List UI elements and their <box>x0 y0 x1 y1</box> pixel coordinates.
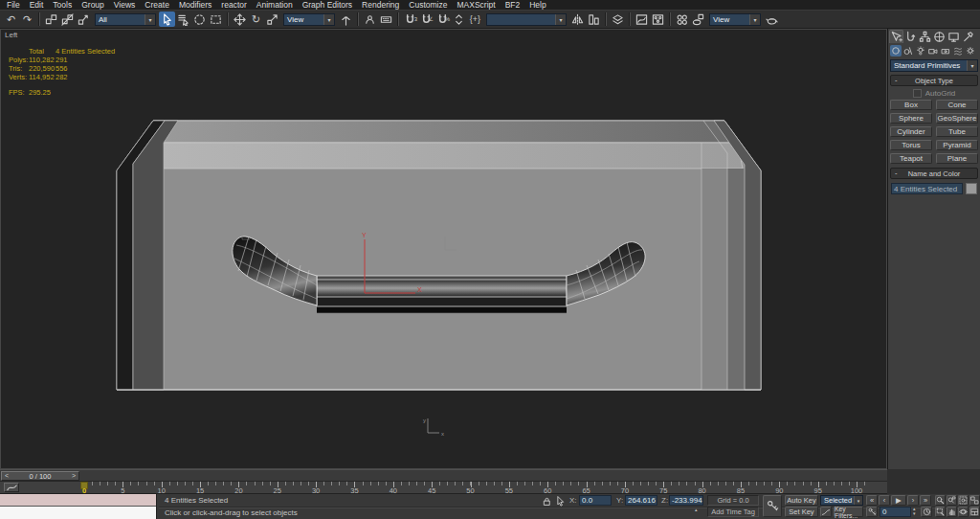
menu-item-edit[interactable]: Edit <box>25 0 49 11</box>
menu-item-reactor[interactable]: reactor <box>216 0 251 11</box>
chevron-down-icon[interactable]: ▾ <box>854 496 862 505</box>
set-keys-button[interactable] <box>763 495 782 517</box>
chevron-down-icon[interactable]: ▾ <box>749 14 760 25</box>
menu-item-create[interactable]: Create <box>140 0 174 11</box>
rollout-name-and-color[interactable]: - Name and Color <box>890 168 978 179</box>
undo-icon[interactable]: ↶ <box>3 11 19 27</box>
category-systems-icon[interactable] <box>965 45 976 56</box>
menu-item-animation[interactable]: Animation <box>252 0 298 11</box>
menu-item-bf2[interactable]: BF2 <box>501 0 525 11</box>
chevron-down-icon[interactable]: ▾ <box>145 14 155 25</box>
snaps-toggle-icon[interactable]: 3 <box>402 11 418 27</box>
selection-filter-dropdown[interactable]: All ▾ <box>95 13 156 26</box>
objtype-button-torus[interactable]: Torus <box>890 140 932 150</box>
selection-lock-icon[interactable] <box>542 496 552 507</box>
set-key-button[interactable]: Set Key <box>785 507 818 517</box>
keyboard-shortcut-override-icon[interactable] <box>378 11 394 27</box>
arc-rotate-button[interactable] <box>958 507 969 517</box>
time-slider-handle[interactable]: < 0 / 100 > <box>1 471 79 481</box>
object-color-swatch[interactable] <box>966 183 977 194</box>
go-to-end-button[interactable]: » <box>920 495 931 506</box>
tab-create[interactable] <box>889 30 903 43</box>
unlink-selection-icon[interactable] <box>59 11 76 27</box>
named-selection-sets-dropdown[interactable]: ▾ <box>486 13 567 26</box>
rollout-object-type[interactable]: - Object Type <box>890 75 978 86</box>
chevron-down-icon[interactable]: ▾ <box>323 14 334 25</box>
autogrid-checkbox[interactable] <box>913 89 922 98</box>
next-frame-arrow-icon[interactable]: > <box>69 472 78 480</box>
add-time-tag[interactable]: Add Time Tag <box>707 507 759 517</box>
object-name-field[interactable]: 4 Entities Selected <box>891 183 963 194</box>
layer-manager-icon[interactable] <box>610 11 626 27</box>
objtype-button-cone[interactable]: Cone <box>936 100 978 110</box>
category-lights-icon[interactable] <box>915 45 926 56</box>
select-and-scale-icon[interactable] <box>264 11 280 27</box>
x-coord-field[interactable]: 0.0 <box>579 495 612 506</box>
coordinate-spinner[interactable]: ▴ <box>695 508 698 511</box>
objtype-button-geosphere[interactable]: GeoSphere <box>936 113 978 124</box>
go-to-start-button[interactable]: « <box>866 495 878 506</box>
render-type-dropdown[interactable]: View ▾ <box>709 13 761 26</box>
key-filters-button[interactable]: Key Filters... <box>834 507 863 517</box>
min-max-toggle-button[interactable] <box>969 507 980 517</box>
schematic-view-icon[interactable] <box>650 11 666 27</box>
play-button[interactable]: ▶ <box>891 495 906 506</box>
chevron-down-icon[interactable]: ▾ <box>555 14 566 25</box>
tab-motion[interactable] <box>932 30 947 43</box>
tab-display[interactable] <box>947 30 961 43</box>
category-geometry-icon[interactable] <box>890 45 902 56</box>
curve-editor-icon[interactable] <box>634 11 650 27</box>
current-frame-field[interactable]: 0 <box>880 507 911 517</box>
maxscript-mini-listener[interactable] <box>0 494 157 519</box>
key-mode-toggle-button[interactable] <box>866 507 878 517</box>
select-and-manipulate-icon[interactable] <box>362 11 378 27</box>
next-frame-button[interactable]: › <box>907 495 919 506</box>
auto-key-button[interactable]: Auto Key <box>785 495 818 506</box>
select-and-move-icon[interactable] <box>232 11 248 27</box>
y-coord-field[interactable]: 264.616 <box>625 495 657 506</box>
render-setup-icon[interactable] <box>690 11 706 27</box>
viewport-label[interactable]: Left <box>5 31 17 39</box>
zoom-all-button[interactable] <box>947 495 957 506</box>
menu-item-group[interactable]: Group <box>77 0 109 11</box>
objtype-button-tube[interactable]: Tube <box>936 126 978 137</box>
material-editor-icon[interactable] <box>674 11 690 27</box>
frame-spinner[interactable]: ▴ ▾ <box>913 507 916 515</box>
menu-item-views[interactable]: Views <box>109 0 141 11</box>
zoom-extents-button[interactable] <box>958 495 969 506</box>
key-set-dropdown[interactable]: Selected ▾ <box>820 495 863 506</box>
zoom-extents-all-button[interactable] <box>969 495 980 506</box>
menu-item-customize[interactable]: Customize <box>404 0 452 11</box>
angle-snap-toggle-icon[interactable]: ∠ <box>418 11 434 27</box>
z-coord-field[interactable]: -233.994 <box>669 495 703 506</box>
menu-item-maxscript[interactable]: MAXScript <box>452 0 500 11</box>
viewport-left[interactable]: Y X yx yx Left Total 4 Entities Selected… <box>0 29 887 469</box>
primitive-category-dropdown[interactable]: Standard Primitives ▾ <box>890 59 978 72</box>
menu-item-modifiers[interactable]: Modifiers <box>174 0 216 11</box>
zoom-button[interactable] <box>935 495 946 506</box>
menu-item-file[interactable]: File <box>2 0 25 11</box>
spinner-down-icon[interactable]: ▾ <box>913 511 916 515</box>
selection-region-icon[interactable] <box>191 11 208 27</box>
track-bar[interactable]: 0510152025303540455055606570758085909510… <box>0 482 887 494</box>
objtype-button-sphere[interactable]: Sphere <box>890 113 932 124</box>
percent-snap-toggle-icon[interactable]: % <box>434 11 451 27</box>
objtype-button-teapot[interactable]: Teapot <box>890 153 932 164</box>
menu-item-rendering[interactable]: Rendering <box>357 0 404 11</box>
pan-button[interactable] <box>947 507 957 517</box>
reference-coordinate-dropdown[interactable]: View ▾ <box>283 13 335 26</box>
bind-to-space-warp-icon[interactable] <box>76 11 92 27</box>
tab-modify[interactable] <box>903 30 918 43</box>
select-and-link-icon[interactable] <box>43 11 59 27</box>
edit-named-selection-sets-icon[interactable]: {+} <box>467 11 483 27</box>
absolute-mode-icon[interactable] <box>555 496 566 507</box>
use-pivot-point-center-icon[interactable] <box>338 11 354 27</box>
time-slider-track[interactable]: < 0 / 100 > <box>0 469 887 482</box>
align-icon[interactable] <box>586 11 602 27</box>
previous-frame-button[interactable]: ‹ <box>879 495 890 506</box>
redo-icon[interactable]: ↷ <box>19 11 35 27</box>
spinner-up-icon[interactable]: ▴ <box>695 508 698 511</box>
zoom-region-button[interactable] <box>935 507 946 517</box>
objtype-button-pyramid[interactable]: Pyramid <box>936 140 978 150</box>
category-helpers-icon[interactable] <box>940 45 951 56</box>
